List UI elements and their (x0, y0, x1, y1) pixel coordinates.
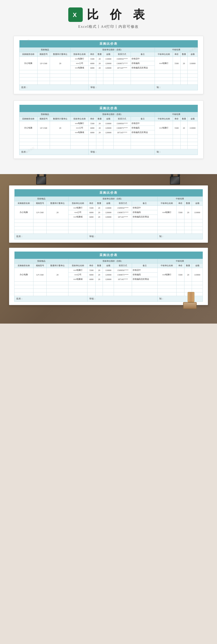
col-h2-num: 数量 (96, 117, 103, 121)
header-area: X 比 价 表 (14, 7, 203, 22)
bid-price-label-4: 投标单位报价（含税） (69, 259, 157, 264)
table-2: 采购比价表 投标物品 投标单位报价（含税） 中标结果 采购物资名称 规格型号 数… (19, 105, 198, 155)
section-header-row-3: 投标物品 投标单位报价（含税） 中标结果 (15, 197, 203, 201)
cell3-note-1: 价格适中 (132, 206, 157, 210)
cell2-note-1: 价格适中 (131, 121, 155, 126)
cell2-contact-2: 1369875**** (113, 126, 131, 130)
footer-row-3: 批准： 审核： 制： (15, 234, 203, 239)
table-title-row-3: 采购比价表 (15, 189, 203, 197)
table-row-3-1: 办公电脑 LP-1568 20 xxx电脑行 5500 20 110000 15… (15, 206, 203, 210)
cell3-wprice: 5500 (176, 206, 184, 219)
cell2-winner: xxx电脑行 (155, 121, 173, 135)
cell4-amount-1: 110000 (103, 268, 114, 272)
table-title-4: 采购比价表 (15, 252, 203, 259)
table-4: 采购比价表 投标物品 投标单位报价（含税） 中标结果 采购物资名称 规格型号 数… (14, 252, 203, 302)
col-h4-name: 采购物资名称 (15, 264, 34, 268)
cell-qty-unit-1: 20 (50, 57, 71, 70)
col-h-wamount: 金额 (187, 52, 198, 57)
col-h3-qty: 数量和计量单位 (47, 201, 69, 206)
main-title: 比 价 表 (87, 7, 149, 22)
col-header-row-2: 采购物资名称 规格型号 数量和计量单位 投标单位名称 单价 数量 金额 联系方式… (20, 117, 198, 121)
cell3-bidder-2: xxx公司 (69, 210, 88, 215)
col-h4-contact: 联系方式 (114, 264, 132, 268)
empty-row-2 (20, 142, 198, 146)
win-result-label: 中标结果 (155, 48, 198, 52)
cell-contact-2: 1369875**** (113, 61, 131, 66)
col-h-winner: 中标单位名称 (155, 52, 173, 57)
col-h4-spec: 规格型号 (33, 264, 46, 268)
col-h3-note: 备注 (132, 201, 157, 206)
table-row-2-1: 办公电脑 LP-1568 20 xxx电脑行 5500 20 110000 15… (20, 121, 198, 126)
table-title-row-1: 采购比价表 (20, 40, 198, 48)
cell3-num-1: 20 (95, 206, 103, 210)
table-title-1: 采购比价表 (20, 40, 198, 48)
cell-winner-1: xxx电脑行 (155, 57, 173, 70)
col-h2-wamount: 金额 (187, 117, 198, 121)
col-h-bidder: 投标单位名称 (71, 52, 89, 57)
table-3: 采购比价表 投标物品 投标单位报价（含税） 中标结果 采购物资名称 规格型号 数… (14, 189, 203, 239)
cell3-spec: LP-1568 (33, 206, 46, 219)
cell-amount-1: 110000 (103, 57, 113, 61)
stamp-head (183, 302, 197, 309)
col-h3-contact: 联系方式 (114, 201, 132, 206)
table-row-4-1: 办公电脑 LP-1568 20 xxx电脑行 5500 20 110000 15… (15, 268, 203, 272)
col-h2-amount: 金额 (103, 117, 113, 121)
maker-field-2: 制： (155, 149, 198, 155)
col-h3-winner: 中标单位名称 (157, 201, 176, 206)
approver-field: 批准： (20, 85, 89, 90)
cell3-amount-1: 110000 (103, 206, 114, 210)
empty-row-4 (15, 292, 203, 296)
bid-price-label-3: 投标单位报价（含税） (69, 197, 157, 201)
cell2-contact-1: 1509956**** (113, 121, 131, 126)
footer-row-4: 批准： 审核： 制： (15, 296, 203, 302)
cell-note-2: 价格偏高 (131, 61, 155, 66)
cell4-contact-1: 1509956**** (114, 268, 132, 272)
bottom-bg: 采购比价表 投标物品 投标单位报价（含税） 中标结果 采购物资名称 规格型号 数… (0, 174, 217, 324)
cell4-wqty: 20 (184, 268, 192, 282)
cell2-amount-2: 120000 (103, 126, 113, 130)
cell2-wamount: 110000 (187, 121, 198, 135)
cell-note-1: 价格适中 (131, 57, 155, 61)
cell-name-1: 办公电脑 (20, 57, 38, 70)
cell4-note-2: 价格偏高 (132, 272, 157, 277)
cell4-note-3: 价格偏高且距离远 (132, 277, 157, 282)
col-h2-wqty: 数量 (180, 117, 187, 121)
stamp-handle (188, 292, 194, 302)
col-h4-wprice: 单价 (176, 264, 184, 268)
cell-bidder-1: xxx电脑行 (71, 57, 89, 61)
win-result-label-3: 中标结果 (157, 197, 202, 201)
excel-icon: X (68, 8, 83, 22)
col-h-amount: 金额 (103, 52, 113, 57)
cell4-bidder-1: xxx电脑行 (69, 268, 88, 272)
cell2-wprice: 5500 (173, 121, 180, 135)
cell2-bidder-2: xxx公司 (71, 126, 89, 130)
col-h-wprice: 单价 (173, 52, 180, 57)
col-h4-qty: 数量和计量单位 (47, 264, 69, 268)
col-header-row-3: 采购物资名称 规格型号 数量和计量单位 投标单位名称 单价 数量 金额 联系方式… (15, 201, 203, 206)
clip-arm-right (44, 174, 46, 176)
cell4-wprice: 5500 (176, 268, 184, 282)
col-header-row-4: 采购物资名称 规格型号 数量和计量单位 投标单位名称 单价 数量 金额 联系方式… (15, 264, 203, 268)
cell2-num-3: 20 (96, 130, 103, 135)
clip-arm-left (37, 174, 39, 176)
empty-row-4 (15, 282, 203, 285)
col-h3-wamount: 金额 (192, 201, 203, 206)
col-h2-note: 备注 (131, 117, 155, 121)
empty-row-2 (20, 146, 198, 149)
cell-wqty-1: 20 (180, 57, 187, 70)
cell3-note-3: 价格偏高且距离远 (132, 215, 157, 219)
table-title-2: 采购比价表 (20, 105, 198, 112)
col-h4-price: 单价 (88, 264, 96, 268)
cell3-bidder-3: xxx电脑城 (69, 215, 88, 219)
cell-price-1: 5500 (89, 57, 96, 61)
bid-items-label-2: 投标物品 (20, 112, 71, 117)
approver-field-3: 批准： (15, 234, 88, 239)
col-h4-winner: 中标单位名称 (157, 264, 176, 268)
cell4-num-2: 20 (95, 272, 103, 277)
empty-row-3 (15, 230, 203, 234)
cell3-num-3: 20 (95, 215, 103, 219)
footer-row: 批准： 审核： 制： (20, 85, 198, 90)
cell4-price-3: 6000 (88, 277, 96, 282)
empty-row-3 (15, 223, 203, 226)
bid-price-label: 投标单位报价（含税） (71, 48, 155, 52)
